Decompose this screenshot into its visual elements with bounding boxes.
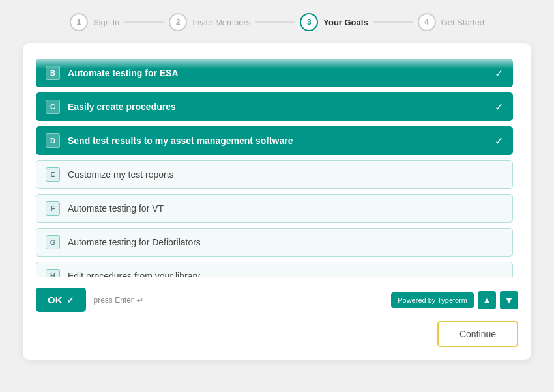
option-item-e[interactable]: ECustomize my test reports	[36, 160, 513, 189]
option-letter-c: C	[46, 100, 60, 114]
ok-label: OK	[48, 294, 63, 305]
step-4: 4Get Started	[418, 13, 484, 31]
powered-by-label: Powered by Typeform	[391, 292, 474, 308]
option-text-h: Edit procedures from your library	[68, 271, 503, 277]
step-label-1: Sign In	[93, 18, 119, 27]
nav-down-button[interactable]: ▼	[500, 291, 518, 309]
option-item-d[interactable]: DSend test results to my asset managemen…	[36, 126, 513, 155]
step-circle-3: 3	[300, 13, 318, 31]
step-2: 2Invite Members	[169, 13, 250, 31]
stepper: 1Sign In2Invite Members3Your Goals4Get S…	[13, 13, 541, 31]
option-text-g: Automate testing for Defibrilators	[68, 237, 503, 247]
step-circle-4: 4	[418, 13, 436, 31]
option-item-c[interactable]: CEasily create procedures✓	[36, 92, 513, 121]
option-item-g[interactable]: GAutomate testing for Defibrilators	[36, 228, 513, 257]
step-label-3: Your Goals	[323, 18, 368, 27]
option-text-f: Automate testing for VT	[68, 203, 503, 214]
option-letter-f: F	[46, 201, 60, 216]
step-line-1	[124, 21, 164, 23]
right-group: Powered by Typeform ▲ ▼	[391, 291, 518, 309]
option-letter-h: H	[46, 269, 60, 277]
option-text-d: Send test results to my asset management…	[68, 135, 489, 146]
option-check-b: ✓	[495, 67, 503, 79]
ok-check-icon: ✓	[66, 295, 74, 305]
step-label-2: Invite Members	[192, 18, 250, 27]
bottom-bar: OK ✓ press Enter ↵ Powered by Typeform ▲…	[36, 288, 518, 312]
step-circle-2: 2	[169, 13, 187, 31]
option-item-b[interactable]: BAutomate testing for ESA✓	[36, 59, 513, 87]
step-line-3	[373, 21, 413, 23]
option-text-c: Easily create procedures	[68, 102, 489, 112]
step-line-2	[255, 21, 295, 23]
press-enter-hint: press Enter ↵	[94, 295, 144, 305]
step-3: 3Your Goals	[300, 13, 368, 31]
step-circle-1: 1	[70, 13, 88, 31]
option-letter-d: D	[46, 133, 60, 148]
option-text-e: Customize my test reports	[68, 169, 503, 180]
enter-icon: ↵	[136, 295, 144, 305]
option-check-c: ✓	[495, 101, 503, 113]
option-text-b: Automate testing for ESA	[68, 68, 489, 78]
option-check-d: ✓	[495, 135, 503, 147]
ok-button[interactable]: OK ✓	[36, 288, 86, 312]
nav-up-button[interactable]: ▲	[478, 291, 496, 309]
card-inner: BAutomate testing for ESA✓CEasily create…	[36, 56, 518, 277]
option-letter-g: G	[46, 235, 60, 249]
option-item-h[interactable]: HEdit procedures from your library	[36, 262, 513, 277]
continue-button[interactable]: Continue	[437, 321, 518, 347]
step-label-4: Get Started	[441, 18, 484, 27]
option-letter-e: E	[46, 167, 60, 182]
options-list[interactable]: BAutomate testing for ESA✓CEasily create…	[36, 56, 518, 277]
option-letter-b: B	[46, 66, 60, 80]
main-card: BAutomate testing for ESA✓CEasily create…	[23, 43, 531, 360]
left-group: OK ✓ press Enter ↵	[36, 288, 144, 312]
continue-row: Continue	[36, 321, 518, 347]
step-1: 1Sign In	[70, 13, 119, 31]
option-item-f[interactable]: FAutomate testing for VT	[36, 194, 513, 223]
